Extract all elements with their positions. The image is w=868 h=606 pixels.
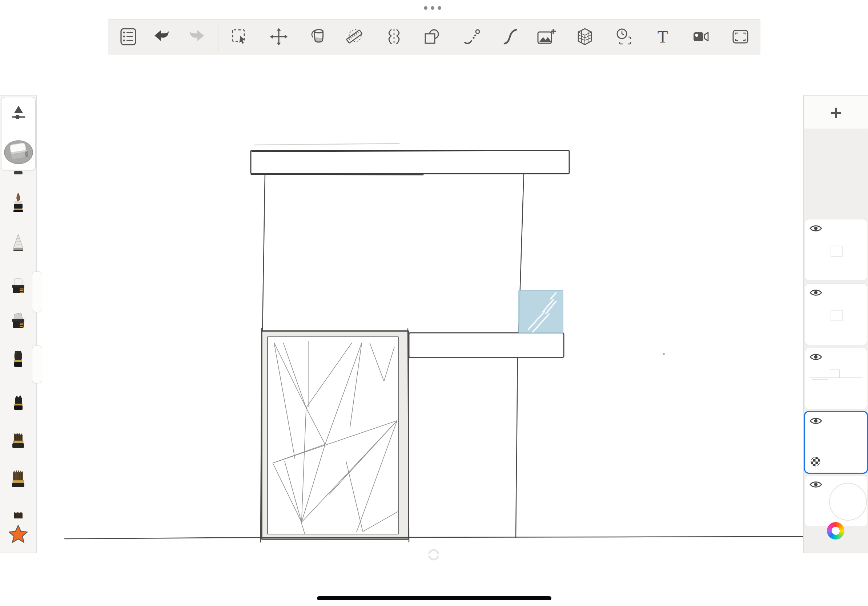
roof-guide-stroke: [254, 144, 399, 145]
color-wheel-button[interactable]: [827, 522, 845, 540]
fill-tool-button[interactable]: [308, 26, 329, 47]
angled-marker-icon: [6, 310, 30, 333]
layer-visibility-eye-icon[interactable]: [809, 288, 823, 298]
shapes-icon: [422, 26, 442, 47]
layer-thumbnail-square: [831, 246, 843, 257]
add-image-icon: [535, 26, 556, 47]
fullscreen-button[interactable]: [730, 26, 750, 47]
brush-eraser[interactable]: [3, 139, 34, 165]
sidebar-scroll-handle[interactable]: [32, 346, 42, 383]
tool-adjust-button[interactable]: [10, 104, 27, 121]
selected-tool-popup: [1, 97, 36, 170]
select-tool-button[interactable]: [229, 26, 250, 47]
brush-bristle-brush[interactable]: [6, 499, 30, 523]
perspective-grid-icon: [575, 26, 595, 47]
timelapse-button[interactable]: [614, 26, 634, 47]
eye-icon: [809, 479, 823, 489]
layer-card[interactable]: [805, 284, 867, 345]
eraser-icon: [3, 139, 34, 165]
video-button[interactable]: [691, 26, 711, 47]
toolbar-divider: [721, 22, 721, 52]
layer-visibility-eye-icon[interactable]: [809, 416, 823, 426]
eye-icon: [809, 416, 823, 426]
brush-sidebar: [0, 95, 37, 553]
star-icon: [6, 523, 30, 546]
flat-brush-icon: [6, 430, 30, 453]
curve-stroke-icon: [500, 26, 521, 47]
canvas-drawing[interactable]: [0, 0, 868, 606]
layer-card[interactable]: [805, 220, 867, 280]
layer-thumbnail-ellipse: [829, 483, 867, 521]
eye-icon: [809, 288, 823, 298]
toolbar-divider: [218, 22, 219, 52]
symmetry-icon: [384, 26, 404, 47]
redo-button[interactable]: [186, 26, 207, 47]
spline-icon: [462, 26, 482, 47]
ruler-icon: [344, 26, 364, 47]
chisel-marker-icon: [6, 348, 30, 372]
app-screen: { "app": {"kind": "tablet sketching app"…: [0, 0, 868, 606]
sidebar-scroll-handle[interactable]: [32, 271, 42, 312]
canvas-rotate-reset-icon[interactable]: [426, 547, 441, 563]
menu-button[interactable]: [118, 26, 138, 47]
stroke-tool-button[interactable]: [500, 26, 521, 47]
roof-slab-bottom-accent: [251, 175, 423, 175]
layer-thumbnail-sketch-line: [809, 377, 863, 378]
eye-icon: [809, 223, 823, 233]
toolbar: T: [108, 19, 760, 54]
brush-crayon[interactable]: [6, 391, 30, 414]
move-icon: [269, 26, 289, 47]
window-glass: [519, 290, 563, 333]
favorites-star-button[interactable]: [6, 523, 30, 546]
perspective-tool-button[interactable]: [575, 26, 595, 47]
layer-thumbnail-square: [831, 310, 843, 321]
add-layer-button[interactable]: +: [804, 96, 868, 129]
layer-visibility-eye-icon[interactable]: [809, 479, 823, 489]
brush-wide-brush[interactable]: [6, 468, 30, 492]
right-wall-lower: [516, 357, 518, 537]
mid-floor-slab: [409, 333, 564, 357]
bristle-brush-icon: [6, 499, 30, 523]
text-tool-button[interactable]: T: [653, 26, 673, 47]
layer-thumbnail-sketch-line: [812, 379, 828, 380]
hidden-tool-peek[interactable]: [14, 171, 23, 175]
layer-visibility-eye-icon[interactable]: [809, 352, 823, 362]
shapes-tool-button[interactable]: [422, 26, 442, 47]
ground-line: [65, 536, 803, 539]
brush-flat-brush[interactable]: [6, 430, 30, 453]
add-image-button[interactable]: [535, 26, 556, 47]
spline-tool-button[interactable]: [462, 26, 482, 47]
menu-icon: [118, 26, 138, 47]
layer-card[interactable]: [805, 348, 867, 409]
layer-thumbnail-sketch: [830, 369, 840, 378]
stray-dot: [663, 353, 665, 355]
pencil-icon: [6, 232, 30, 255]
layer-card-selected[interactable]: [805, 412, 867, 473]
brush-angled-marker[interactable]: [6, 310, 30, 333]
symmetry-tool-button[interactable]: [384, 26, 404, 47]
selection-icon: [229, 26, 250, 47]
layer-card[interactable]: [805, 476, 867, 526]
ink-brush-icon: [6, 191, 30, 214]
brush-flat-marker[interactable]: [6, 275, 30, 298]
undo-button[interactable]: [152, 26, 172, 47]
fullscreen-icon: [730, 26, 750, 47]
text-tool-icon: T: [653, 26, 673, 47]
timelapse-icon: [614, 26, 634, 47]
undo-icon: [152, 26, 172, 47]
brush-ink-brush[interactable]: [6, 191, 30, 214]
rotate-arrows-glyph: [426, 547, 441, 563]
layer-opacity-checker-icon[interactable]: [811, 457, 820, 467]
move-tool-button[interactable]: [269, 26, 289, 47]
measure-tool-button[interactable]: [344, 26, 364, 47]
roof-slab: [251, 150, 569, 174]
brush-chisel-marker[interactable]: [6, 348, 30, 372]
wide-brush-icon: [6, 468, 30, 492]
fill-bucket-icon: [308, 26, 329, 47]
flat-marker-icon: [6, 275, 30, 298]
layer-visibility-eye-icon[interactable]: [809, 223, 823, 233]
video-camera-icon: [691, 26, 711, 47]
crayon-icon: [6, 391, 30, 414]
layers-panel: +: [803, 95, 868, 553]
brush-pencil[interactable]: [6, 232, 30, 255]
